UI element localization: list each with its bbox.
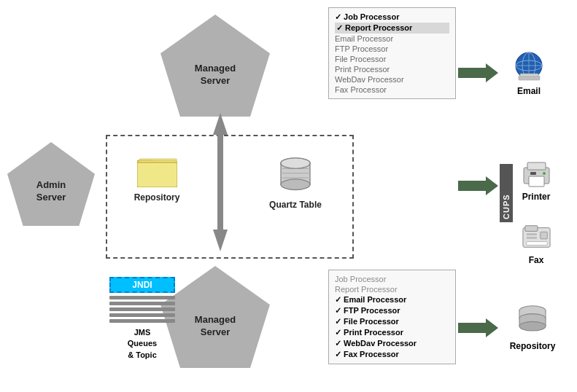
svg-rect-32 [526,233,536,235]
printer-icon [520,159,553,188]
proc-box-top: ✓ Job Processor ✓ Report Processor Email… [328,7,456,99]
proc-item-3: FTP Processor [335,44,449,54]
proc-b-item-4: ✓ File Processor [335,316,449,327]
fax-icon [520,222,553,251]
svg-marker-12 [458,63,498,82]
svg-point-40 [519,321,546,331]
jms-line-1 [109,296,175,299]
svg-point-8 [281,158,310,169]
svg-marker-14 [458,318,498,337]
managed-server-top: ManagedServer [160,15,270,117]
proc-b-item-5: ✓ Print Processor [335,327,449,338]
proc-b-item-1: Report Processor [335,284,449,294]
quartz-label: Quartz Table [263,200,328,210]
svg-rect-26 [527,162,546,170]
jms-line-4 [109,313,175,317]
repository-right-label: Repository [507,341,558,351]
cylinder-icon [277,157,314,193]
fax-label: Fax [511,255,562,265]
admin-server-label: AdminServer [36,179,66,204]
repository-label: Repository [128,192,186,203]
repository-output: Repository [507,305,558,351]
email-label: Email [503,86,554,96]
svg-rect-34 [540,232,547,239]
svg-rect-16 [217,135,223,230]
email-output: Email [503,50,554,96]
quartz-area: Quartz Table [263,157,328,210]
arrow-to-printer [458,175,498,197]
svg-rect-31 [524,226,537,232]
svg-rect-24 [520,74,538,77]
proc-box-bottom: Job Processor Report Processor ✓ Email P… [328,270,456,364]
diagram: AdminServer ManagedServer ManagedServer … [0,0,577,392]
printer-output: Printer [511,159,562,202]
jndi-area: JNDI JMSQueues& Topic [109,277,175,361]
jms-line-3 [109,307,175,311]
svg-rect-35 [526,242,547,246]
printer-label: Printer [511,192,562,202]
repository-icon [514,305,551,337]
svg-point-29 [543,172,546,175]
proc-item-4: File Processor [335,54,449,64]
svg-rect-27 [529,176,544,187]
vertical-arrow [210,113,231,251]
jms-line-5 [109,319,175,323]
proc-item-5: Print Processor [335,64,449,74]
jms-text: JMSQueues& Topic [109,327,175,361]
svg-marker-17 [213,230,228,251]
svg-rect-4 [137,162,177,187]
admin-server: AdminServer [7,142,95,226]
svg-rect-33 [526,237,536,239]
proc-b-item-3: ✓ FTP Processor [335,305,449,316]
svg-rect-28 [530,172,536,175]
svg-marker-13 [458,176,498,195]
repository-area: Repository [128,157,186,203]
proc-item-2: Email Processor [335,34,449,44]
proc-b-item-6: ✓ WebDav Processor [335,338,449,349]
proc-item-0: ✓ Job Processor [335,12,449,23]
arrow-to-repo [458,317,498,339]
svg-marker-15 [213,113,228,135]
managed-server-bottom: ManagedServer [160,266,270,368]
proc-b-item-7: ✓ Fax Processor [335,349,449,360]
managed-server-bottom-label: ManagedServer [195,314,236,339]
arrow-to-email [458,62,498,84]
folder-icon [137,157,177,187]
managed-server-top-label: ManagedServer [195,63,236,87]
email-globe-icon [513,50,546,82]
proc-b-item-0: Job Processor [335,274,449,284]
proc-item-1: ✓ Report Processor [335,23,449,34]
jndi-label: JNDI [109,277,175,293]
jms-lines [109,296,175,323]
svg-point-7 [281,179,310,190]
proc-item-6: WebDav Processor [335,74,449,85]
proc-item-7: Fax Processor [335,85,449,95]
jms-line-2 [109,302,175,305]
fax-output: Fax [511,222,562,265]
proc-b-item-2: ✓ Email Processor [335,294,449,305]
